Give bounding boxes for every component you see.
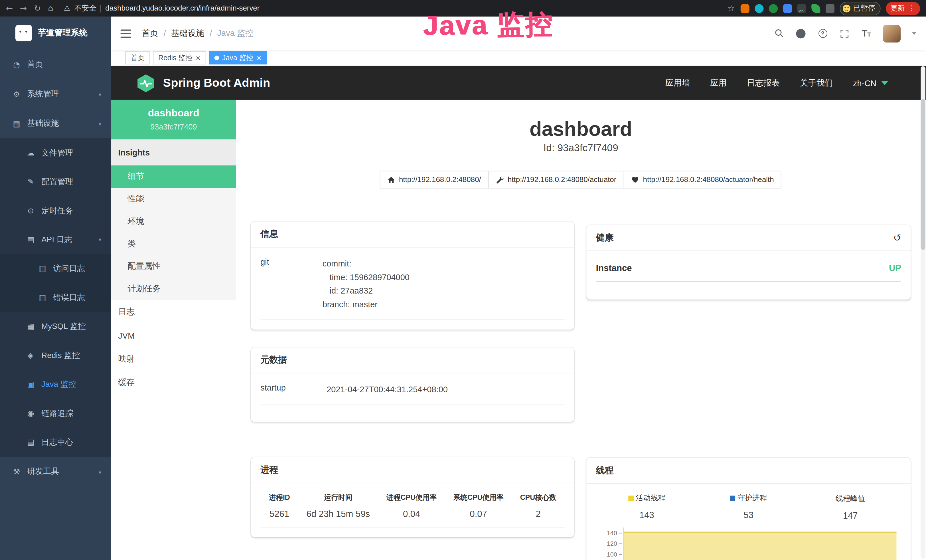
actuator-url-button[interactable]: http://192.168.0.2:48080/actuator <box>488 171 624 188</box>
sidebar-item-infra[interactable]: ▦ 基础设施 ∧ <box>0 109 111 138</box>
browser-home-icon[interactable]: ⌂ <box>48 3 53 13</box>
top-navbar: 首页 / 基础设施 / Java 监控 ? TT <box>111 17 926 50</box>
legend-daemon-threads: 守护进程 53 <box>698 493 799 520</box>
sba-brand-name: Spring Boot Admin <box>163 76 270 90</box>
service-url-button[interactable]: http://192.168.0.2:48080/ <box>380 171 489 188</box>
sba-item-logs[interactable]: 日志 <box>111 300 236 324</box>
process-card-title: 进程 <box>251 457 574 483</box>
app-logo-row[interactable]: 芋道管理系统 <box>0 17 111 50</box>
admin-sidebar: 芋道管理系统 ◔ 首页 ⚙ 系统管理 ∨ ▦ 基础设施 ∧ ☁ 文件管理 ✎ <box>0 17 111 560</box>
sidebar-item-system[interactable]: ⚙ 系统管理 ∨ <box>0 79 111 109</box>
sba-logo-icon <box>136 73 156 93</box>
address-bar[interactable]: ⚠ 不安全 dashboard.yudao.iocoder.cn/infra/a… <box>64 3 260 13</box>
monitor-icon: ▣ <box>26 380 35 389</box>
sba-item-jvm[interactable]: JVM <box>111 324 236 348</box>
breadcrumb-item-home[interactable]: 首页 <box>142 28 158 38</box>
sba-nav-wallboard[interactable]: 应用墙 <box>665 77 690 88</box>
help-icon[interactable]: ? <box>817 28 828 38</box>
sba-item-scheduled-tasks[interactable]: 计划任务 <box>111 278 236 300</box>
sidebar-item-devtools[interactable]: ⚒ 研发工具 ∨ <box>0 457 111 486</box>
sidebar-item-java[interactable]: ▣ Java 监控 <box>0 370 111 398</box>
sba-nav-journal[interactable]: 日志报表 <box>747 77 780 88</box>
page-title: dashboard <box>251 118 911 140</box>
leaf-extension-icon[interactable] <box>811 4 820 12</box>
scrollbar-thumb[interactable] <box>921 99 925 250</box>
instance-links: http://192.168.0.2:48080/ http://192.168… <box>251 171 911 188</box>
sba-instance-block[interactable]: dashboard 93a3fc7f7409 <box>111 100 236 139</box>
sidebar-item-redis[interactable]: ◈ Redis 监控 <box>0 341 111 370</box>
sba-brand[interactable]: Spring Boot Admin <box>136 73 270 93</box>
green-extension-icon[interactable] <box>769 4 778 12</box>
hamburger-icon[interactable] <box>120 29 131 38</box>
sba-item-environment[interactable]: 环境 <box>111 210 236 233</box>
bookmark-star-icon[interactable]: ☆ <box>728 3 735 13</box>
refresh-icon[interactable]: ↻ <box>34 3 41 13</box>
sba-item-metrics[interactable]: 性能 <box>111 188 236 210</box>
document-icon: ▤ <box>26 437 35 446</box>
paused-badge[interactable]: 已暂停 <box>840 2 881 15</box>
sidebar-item-log-center[interactable]: ▤ 日志中心 <box>0 428 111 456</box>
caret-down-icon <box>881 81 888 85</box>
sba-item-caches[interactable]: 缓存 <box>111 371 236 395</box>
user-caret-icon[interactable] <box>912 32 917 35</box>
scrollbar <box>921 66 925 559</box>
search-icon[interactable] <box>774 28 784 38</box>
tab-redis-monitor[interactable]: Redis 监控 × <box>153 51 206 65</box>
sba-item-classes[interactable]: 类 <box>111 233 236 255</box>
tab-java-monitor[interactable]: Java 监控 × <box>209 51 267 65</box>
sba-nav: 应用墙 应用 日志报表 关于我们 zh-CN <box>665 77 888 88</box>
chevron-down-icon: ∨ <box>98 91 102 97</box>
active-tab-dot <box>215 56 219 61</box>
sba-item-config-props[interactable]: 配置属性 <box>111 255 236 278</box>
sba-item-details[interactable]: 细节 <box>111 165 236 188</box>
instance-id-line: Id: 93a3fc7f7409 <box>251 142 911 154</box>
font-size-icon[interactable]: TT <box>861 28 872 38</box>
sidebar-item-mysql[interactable]: ▦ MySQL 监控 <box>0 312 111 341</box>
omnibox-divider <box>101 5 101 12</box>
sba-nav-about[interactable]: 关于我们 <box>800 77 833 88</box>
sidebar-item-access-log[interactable]: ▥ 访问日志 <box>0 254 111 283</box>
legend-live-threads: 活动线程 143 <box>596 493 698 520</box>
history-icon[interactable]: ↺ <box>893 232 901 243</box>
tab-home[interactable]: 首页 <box>125 51 150 65</box>
close-icon[interactable]: × <box>256 55 262 61</box>
grid-extension-icon[interactable] <box>783 4 792 12</box>
sidebar-item-files[interactable]: ☁ 文件管理 <box>0 138 111 167</box>
switch-extension-icon[interactable]: on <box>797 4 806 12</box>
cards-right-column: 健康 ↺ Instance UP <box>586 222 911 560</box>
update-button[interactable]: 更新 ⋮ <box>886 2 920 15</box>
breadcrumb-item-infra[interactable]: 基础设施 <box>171 28 204 38</box>
cards-grid: 信息 git commit: time: 1596289704000 id: 2… <box>251 222 911 560</box>
info-key: git <box>260 257 322 312</box>
spring-boot-admin-frame: Spring Boot Admin 应用墙 应用 日志报表 关于我们 zh-CN <box>111 66 926 560</box>
sidebar-item-home[interactable]: ◔ 首页 <box>0 50 111 79</box>
user-avatar[interactable] <box>883 24 900 42</box>
metadata-row-startup: startup 2021-04-27T00:44:31.254+08:00 <box>260 383 564 406</box>
sba-locale-select[interactable]: zh-CN <box>853 78 888 88</box>
health-url-button[interactable]: http://192.168.0.2:48080/actuator/health <box>623 171 781 188</box>
github-icon[interactable] <box>795 28 806 38</box>
fullscreen-icon[interactable] <box>839 28 850 38</box>
threads-chart: 140 120 100 <box>596 527 901 560</box>
forward-icon[interactable]: → <box>20 3 27 13</box>
app-logo <box>15 25 32 41</box>
sba-item-mappings[interactable]: 映射 <box>111 348 236 371</box>
navbar-actions: ? TT <box>774 24 917 42</box>
cards-left-column: 信息 git commit: time: 1596289704000 id: 2… <box>251 222 574 537</box>
sidebar-item-config[interactable]: ✎ 配置管理 <box>0 167 111 196</box>
sidebar-item-error-log[interactable]: ▥ 错误日志 <box>0 283 111 312</box>
extensions-puzzle-icon[interactable] <box>825 4 834 12</box>
sba-nav-applications[interactable]: 应用 <box>710 77 727 88</box>
close-icon[interactable]: × <box>195 55 201 61</box>
sba-sidebar: dashboard 93a3fc7f7409 Insights 细节 性能 环境… <box>111 100 236 560</box>
fox-extension-icon[interactable] <box>740 4 749 12</box>
back-icon[interactable]: ← <box>6 3 13 13</box>
browser-menu-icon[interactable]: ⋮ <box>908 4 915 12</box>
sidebar-item-tracing[interactable]: ◉ 链路追踪 <box>0 399 111 428</box>
sidebar-item-api-log[interactable]: ▤ API 日志 ∧ <box>0 225 111 254</box>
pin-extension-icon[interactable] <box>754 4 763 12</box>
chart-plot-area <box>623 527 897 560</box>
sidebar-item-jobs[interactable]: ⊙ 定时任务 <box>0 196 111 225</box>
browser-chrome: ← → ↻ ⌂ ⚠ 不安全 dashboard.yudao.iocoder.cn… <box>0 0 926 17</box>
health-card: 健康 ↺ Instance UP <box>586 225 911 300</box>
